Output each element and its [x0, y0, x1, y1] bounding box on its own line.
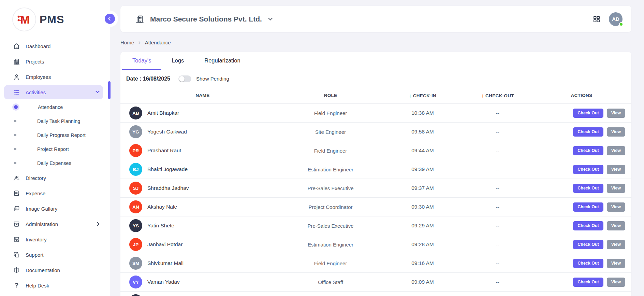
- check-in-time: 09:28 AM: [385, 241, 460, 248]
- breadcrumb-home[interactable]: Home: [120, 40, 134, 45]
- check-out-button[interactable]: Check Out: [573, 221, 603, 230]
- sidebar-item-expense[interactable]: Expense: [4, 186, 103, 200]
- employee-role: Field Engineer: [276, 110, 385, 116]
- check-out-button[interactable]: Check Out: [573, 240, 603, 249]
- view-button[interactable]: View: [607, 240, 625, 249]
- check-out-button[interactable]: Check Out: [573, 127, 603, 137]
- sidebar-item-documentation[interactable]: Documentation: [4, 263, 103, 277]
- view-button[interactable]: View: [607, 165, 625, 174]
- tab-regularization[interactable]: Regularization: [194, 52, 250, 70]
- view-button[interactable]: View: [607, 202, 625, 212]
- sidebar-item-support[interactable]: Support: [4, 248, 103, 262]
- company-dropdown-chevron-icon[interactable]: [268, 16, 273, 20]
- employee-role: Office Staff: [276, 279, 385, 285]
- employee-role: Site Engineer: [276, 129, 385, 135]
- check-out-value: --: [460, 260, 535, 266]
- check-out-value: --: [460, 223, 535, 229]
- user-avatar[interactable]: AD: [609, 12, 623, 26]
- check-out-button[interactable]: Check Out: [573, 259, 603, 268]
- sidebar-item-administration[interactable]: Administration: [4, 217, 103, 231]
- top-header-bar: Marco Secure Solutions Pvt. Ltd. AD: [120, 6, 631, 32]
- check-in-time: 09:29 AM: [385, 223, 460, 229]
- view-button[interactable]: View: [607, 221, 625, 230]
- view-button[interactable]: View: [607, 146, 625, 155]
- table-row: AB Amit Bhapkar Field Engineer 10:38 AM …: [120, 103, 631, 122]
- sidebar-item-help-desk[interactable]: ? Help Desk: [4, 278, 103, 293]
- check-out-button[interactable]: Check Out: [573, 109, 603, 118]
- sidebar-item-activities[interactable]: Activities: [4, 85, 103, 99]
- sidebar-item-image-gallary[interactable]: Image Gallary: [4, 201, 103, 216]
- logo-letter: M: [20, 13, 30, 26]
- sidebar-item-inventory[interactable]: Inventory: [4, 232, 103, 246]
- bullet-dot-icon: [14, 148, 16, 150]
- check-in-time: 09:44 AM: [385, 147, 460, 154]
- employee-name: Prashant Raut: [147, 147, 181, 154]
- sidebar-subitem-daily-task-planning[interactable]: Daily Task Planning: [0, 115, 103, 127]
- bullet-dot-icon: [14, 162, 16, 164]
- breadcrumb-current: Attendance: [145, 40, 171, 45]
- column-check-in[interactable]: ↓CHECK-IN: [385, 93, 460, 98]
- employee-name: Yogesh Gaikwad: [147, 129, 187, 135]
- chevron-down-icon: [96, 89, 99, 93]
- check-out-value: --: [460, 148, 535, 154]
- check-in-time: 09:39 AM: [385, 166, 460, 172]
- date-label: Date : 16/08/2025: [126, 76, 170, 82]
- employee-role: Field Engineer: [276, 260, 385, 266]
- check-out-value: --: [460, 242, 535, 248]
- tab-logs[interactable]: Logs: [161, 52, 194, 70]
- people-icon: [13, 174, 20, 182]
- table-row: AN Akshay Nale Project Coordinator 09:30…: [120, 197, 631, 216]
- view-button[interactable]: View: [607, 278, 625, 287]
- home-icon: [13, 43, 20, 50]
- check-out-value: --: [460, 279, 535, 285]
- employee-name: Yatin Shete: [147, 223, 174, 229]
- sidebar-item-employees[interactable]: Employees: [4, 70, 103, 84]
- sidebar-item-dashboard[interactable]: Dashboard: [4, 39, 103, 53]
- check-out-value: --: [460, 167, 535, 172]
- apps-grid-icon[interactable]: [592, 15, 601, 23]
- table-row: BJ Bhakti Jogawade Estimation Engineer 0…: [120, 160, 631, 179]
- gallery-icon: [13, 205, 20, 212]
- check-out-button[interactable]: Check Out: [573, 146, 603, 155]
- sidebar-item-projects[interactable]: Projects: [4, 54, 103, 69]
- check-in-time: 09:09 AM: [385, 279, 460, 285]
- bullet-dot-icon: [14, 120, 16, 122]
- app-name: PMS: [40, 13, 64, 26]
- column-actions: ACTIONS: [535, 93, 628, 98]
- sidebar-collapse-button[interactable]: [105, 14, 115, 24]
- table-row: SM Shivkumar Mali Field Engineer 09:16 A…: [120, 254, 631, 272]
- sidebar-scrollbar-thumb[interactable]: [108, 81, 111, 99]
- view-button[interactable]: View: [607, 109, 625, 118]
- column-role[interactable]: ROLE: [276, 93, 385, 98]
- sidebar-subitem-daily-expenses[interactable]: Daily Expenses: [0, 157, 103, 169]
- view-button[interactable]: View: [607, 259, 625, 268]
- sidebar-subitem-daily-progress-report[interactable]: Daily Progress Report: [0, 129, 103, 141]
- check-in-time: 10:38 AM: [385, 110, 460, 116]
- table-row: YG Yogesh Gaikwad Site Engineer 09:58 AM…: [120, 122, 631, 141]
- app-logo-icon: M: [12, 8, 36, 31]
- check-out-button[interactable]: Check Out: [573, 202, 603, 212]
- sidebar-subitem-attendance[interactable]: Attendance: [0, 101, 103, 113]
- show-pending-toggle[interactable]: [178, 75, 191, 82]
- person-icon: [13, 73, 20, 81]
- check-out-value: --: [460, 110, 535, 116]
- view-button[interactable]: View: [607, 127, 625, 137]
- check-in-time: 09:37 AM: [385, 185, 460, 191]
- table-row: YS Yatin Shete Pre-Sales Executive 09:29…: [120, 216, 631, 235]
- check-out-button[interactable]: Check Out: [573, 184, 603, 193]
- view-button[interactable]: View: [607, 184, 625, 193]
- sidebar-subitem-project-report[interactable]: Project Report: [0, 143, 103, 155]
- check-out-button[interactable]: Check Out: [573, 165, 603, 174]
- employee-name: Vaman Yadav: [147, 279, 180, 285]
- avatar: VY: [129, 276, 142, 288]
- chevron-left-icon: [108, 17, 112, 20]
- sidebar-nav: Dashboard Projects Employees Activities …: [0, 39, 110, 293]
- employee-role: Pre-Sales Executive: [276, 223, 385, 229]
- attendance-tabs: Today's Logs Regularization: [120, 52, 631, 70]
- sidebar-item-directory[interactable]: Directory: [4, 171, 103, 185]
- column-name[interactable]: NAME: [129, 93, 276, 98]
- avatar: AN: [129, 200, 142, 213]
- check-out-button[interactable]: Check Out: [573, 278, 603, 287]
- tab-todays[interactable]: Today's: [122, 52, 161, 70]
- column-check-out[interactable]: ↑CHECK-OUT: [460, 93, 535, 98]
